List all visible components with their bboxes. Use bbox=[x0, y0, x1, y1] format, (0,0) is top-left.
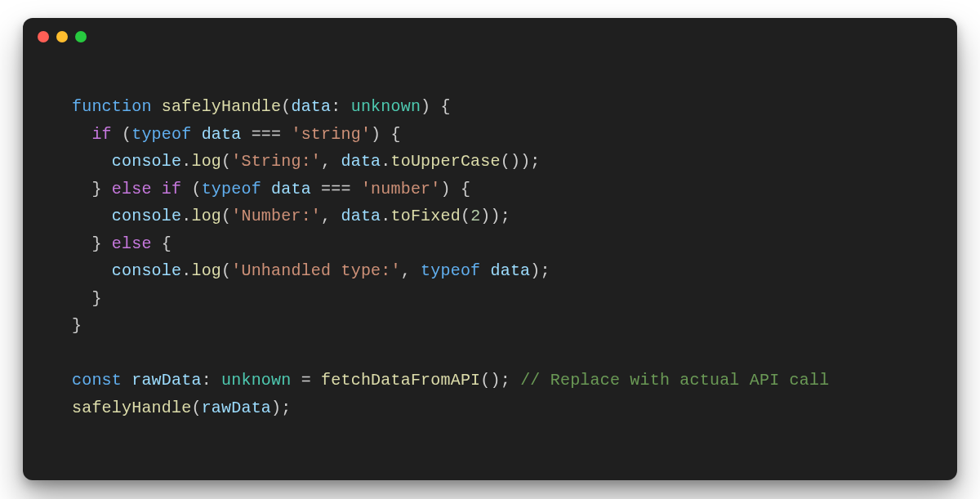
code-line: if (typeof data === 'string') { bbox=[72, 125, 401, 144]
token-ctl: if bbox=[91, 125, 111, 144]
token-pun: ( bbox=[221, 152, 231, 171]
token-str: 'Unhandled type:' bbox=[231, 261, 400, 280]
token-id: data bbox=[491, 261, 531, 280]
token-pun: . bbox=[181, 261, 191, 280]
token-pun: = bbox=[291, 371, 321, 390]
token-num: 2 bbox=[470, 207, 480, 225]
token-pun: === bbox=[311, 180, 361, 198]
code-line: console.log('Number:', data.toFixed(2)); bbox=[72, 207, 510, 225]
token-pun: ) { bbox=[371, 125, 401, 144]
code-line: console.log('String:', data.toUpperCase(… bbox=[72, 152, 541, 171]
token-pun bbox=[261, 180, 271, 198]
token-op: typeof bbox=[202, 180, 261, 198]
token-id: data bbox=[202, 125, 242, 144]
token-pun: ); bbox=[271, 399, 291, 417]
token-op: typeof bbox=[131, 125, 191, 144]
token-pun: } bbox=[72, 180, 112, 198]
token-id: console bbox=[112, 207, 181, 225]
token-pun: : bbox=[331, 97, 350, 116]
code-line: } bbox=[72, 316, 82, 335]
token-pun: , bbox=[321, 207, 341, 225]
token-fn: toUpperCase bbox=[391, 152, 501, 171]
token-pun: , bbox=[401, 261, 421, 280]
token-cmt: // Replace with actual API call bbox=[520, 371, 829, 390]
token-id: console bbox=[112, 152, 181, 171]
token-fn: toFixed bbox=[391, 207, 461, 225]
token-op: typeof bbox=[421, 261, 480, 280]
token-pun: } bbox=[72, 289, 102, 308]
token-pun: ( bbox=[461, 207, 470, 225]
code-window: function safelyHandle(data: unknown) { i… bbox=[23, 18, 957, 480]
token-pun: ()); bbox=[501, 152, 541, 171]
token-id: data bbox=[341, 152, 381, 171]
token-str: 'string' bbox=[291, 125, 371, 144]
token-pun: ) { bbox=[441, 180, 471, 198]
token-pun bbox=[72, 207, 112, 225]
code-line: const rawData: unknown = fetchDataFromAP… bbox=[72, 371, 829, 390]
token-pun: ( bbox=[221, 207, 231, 225]
code-line: safelyHandle(rawData); bbox=[72, 399, 291, 417]
token-str: 'Number:' bbox=[231, 207, 321, 225]
token-ctl: else if bbox=[112, 180, 181, 198]
token-str: 'String:' bbox=[231, 152, 321, 171]
token-pun: } bbox=[72, 316, 82, 335]
token-pun: : bbox=[202, 371, 221, 390]
token-pun: ( bbox=[191, 399, 201, 417]
token-id: data bbox=[271, 180, 311, 198]
token-pun: ); bbox=[530, 261, 550, 280]
token-id: rawData bbox=[202, 399, 271, 417]
token-pun: , bbox=[321, 152, 341, 171]
token-pun: { bbox=[152, 234, 172, 253]
code-line: } bbox=[72, 289, 102, 308]
token-id: rawData bbox=[131, 371, 201, 390]
minimize-icon[interactable] bbox=[56, 31, 68, 42]
token-fn: safelyHandle bbox=[72, 399, 191, 417]
token-pun: ( bbox=[112, 125, 131, 144]
token-pun: ( bbox=[221, 261, 231, 280]
token-ctl: else bbox=[112, 234, 152, 253]
token-pun: === bbox=[241, 125, 291, 144]
token-pun: . bbox=[181, 207, 191, 225]
close-icon[interactable] bbox=[38, 31, 49, 42]
token-pun: ( bbox=[181, 180, 201, 198]
token-fn: fetchDataFromAPI bbox=[321, 371, 480, 390]
token-str: 'number' bbox=[361, 180, 441, 198]
window-titlebar bbox=[23, 18, 957, 56]
token-fn: safelyHandle bbox=[162, 97, 281, 116]
token-pun bbox=[191, 125, 201, 144]
token-fn: log bbox=[191, 261, 221, 280]
token-pun: ( bbox=[281, 97, 291, 116]
token-pun: (); bbox=[480, 371, 520, 390]
token-pun bbox=[480, 261, 490, 280]
code-line: function safelyHandle(data: unknown) { bbox=[72, 97, 451, 116]
token-pun bbox=[72, 261, 112, 280]
token-kw: function bbox=[72, 97, 162, 116]
token-pun: . bbox=[181, 152, 191, 171]
code-line: console.log('Unhandled type:', typeof da… bbox=[72, 261, 550, 280]
zoom-icon[interactable] bbox=[75, 31, 87, 42]
token-pun bbox=[72, 125, 91, 144]
token-kw: const bbox=[72, 371, 131, 390]
code-line: } else if (typeof data === 'number') { bbox=[72, 180, 470, 198]
token-pun: . bbox=[381, 207, 390, 225]
token-pun: . bbox=[381, 152, 390, 171]
token-pun: )); bbox=[480, 207, 510, 225]
token-id: data bbox=[291, 97, 331, 116]
code-block: function safelyHandle(data: unknown) { i… bbox=[23, 56, 957, 421]
token-typ: unknown bbox=[221, 371, 291, 390]
token-id: data bbox=[341, 207, 381, 225]
token-id: console bbox=[112, 261, 181, 280]
token-fn: log bbox=[191, 152, 221, 171]
token-typ: unknown bbox=[351, 97, 421, 116]
token-fn: log bbox=[191, 207, 221, 225]
token-pun bbox=[72, 152, 112, 171]
code-line: } else { bbox=[72, 234, 172, 253]
token-pun: } bbox=[72, 234, 112, 253]
token-pun: ) { bbox=[421, 97, 451, 116]
